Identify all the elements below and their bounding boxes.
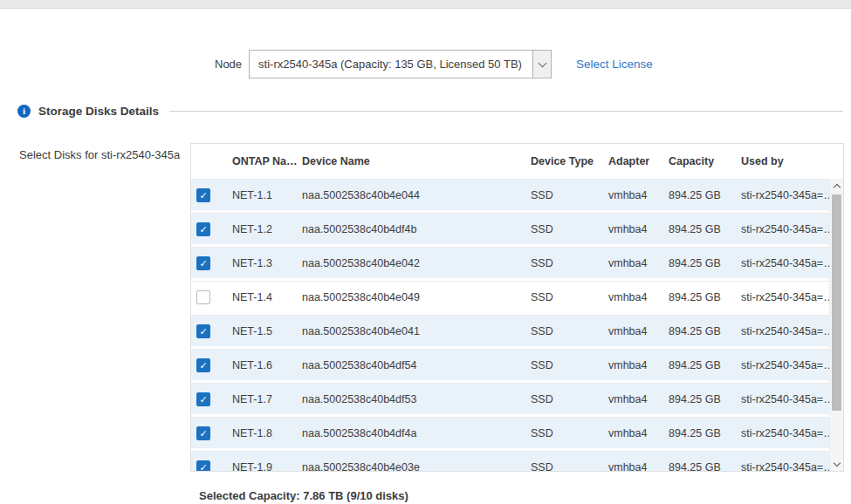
chevron-down-icon — [538, 58, 546, 67]
table-row[interactable]: ✓NET-1.9naa.5002538c40b4e03eSSDvmhba4894… — [191, 451, 829, 471]
cell-adapter: vmhba4 — [608, 223, 669, 235]
disk-checkbox[interactable]: ✓ — [196, 426, 210, 440]
disk-checkbox[interactable]: ✓ — [196, 188, 210, 202]
cell-used-by: sti-rx2540-345a=… — [741, 393, 829, 405]
node-selector-row: Node sti-rx2540-345a (Capacity: 135 GB, … — [215, 50, 653, 78]
cell-used-by: sti-rx2540-345a=… — [741, 257, 829, 269]
disk-checkbox[interactable] — [196, 290, 210, 304]
disk-table: ONTAP Na… Device Name Device Type Adapte… — [190, 143, 844, 472]
cell-device-type: SSD — [531, 223, 608, 235]
cell-adapter: vmhba4 — [608, 427, 669, 439]
checkbox-cell: ✓ — [191, 358, 232, 372]
cell-used-by: sti-rx2540-345a=… — [741, 461, 829, 472]
disk-table-body-rows: ✓NET-1.1naa.5002538c40b4e044SSDvmhba4894… — [191, 179, 829, 471]
node-select-value: sti-rx2540-345a (Capacity: 135 GB, Licen… — [250, 51, 532, 78]
cell-device-name: naa.5002538c40b4e042 — [302, 257, 531, 269]
cell-adapter: vmhba4 — [608, 291, 669, 303]
disk-checkbox[interactable]: ✓ — [196, 222, 210, 236]
header-device-name: Device Name — [302, 155, 531, 167]
checkbox-cell: ✓ — [191, 426, 232, 440]
checkbox-cell: ✓ — [191, 460, 232, 472]
cell-device-type: SSD — [531, 325, 608, 337]
header-used-by: Used by — [741, 155, 843, 167]
cell-capacity: 894.25 GB — [669, 291, 741, 303]
cell-device-type: SSD — [531, 393, 608, 405]
cell-capacity: 894.25 GB — [669, 393, 741, 405]
cell-ontap-name: NET-1.3 — [232, 257, 302, 269]
cell-ontap-name: NET-1.5 — [232, 325, 302, 337]
cell-adapter: vmhba4 — [608, 393, 669, 405]
cell-capacity: 894.25 GB — [669, 427, 741, 439]
section-title: Storage Disks Details — [38, 105, 159, 118]
section-header: i Storage Disks Details — [17, 104, 843, 119]
info-icon: i — [17, 105, 31, 118]
cell-ontap-name: NET-1.1 — [232, 189, 302, 201]
cell-capacity: 894.25 GB — [669, 461, 741, 472]
disk-checkbox[interactable]: ✓ — [196, 392, 210, 406]
node-select-dropdown-button[interactable] — [532, 51, 551, 78]
cell-used-by: sti-rx2540-345a=… — [741, 427, 829, 439]
cell-device-name: naa.5002538c40b4df4b — [302, 223, 531, 235]
vertical-scrollbar[interactable] — [829, 179, 843, 471]
section-divider — [169, 111, 843, 112]
cell-device-type: SSD — [531, 427, 608, 439]
chevron-down-icon — [834, 459, 841, 466]
checkbox-cell: ✓ — [191, 324, 232, 338]
cell-device-name: naa.5002538c40b4e049 — [302, 291, 531, 303]
checkbox-cell: ✓ — [191, 392, 232, 406]
cell-capacity: 894.25 GB — [669, 223, 741, 235]
cell-ontap-name: NET-1.9 — [232, 461, 302, 472]
checkbox-cell: ✓ — [191, 256, 232, 270]
scrollbar-down-button[interactable] — [830, 457, 843, 471]
cell-device-name: naa.5002538c40b4df53 — [302, 393, 531, 405]
cell-adapter: vmhba4 — [608, 359, 669, 371]
select-license-link[interactable]: Select License — [576, 58, 653, 71]
cell-used-by: sti-rx2540-345a=… — [741, 189, 829, 201]
cell-ontap-name: NET-1.2 — [232, 223, 302, 235]
disk-checkbox[interactable]: ✓ — [196, 324, 210, 338]
header-device-type: Device Type — [531, 155, 608, 167]
node-label: Node — [215, 58, 242, 71]
cell-ontap-name: NET-1.8 — [232, 427, 302, 439]
cell-device-name: naa.5002538c40b4df4a — [302, 427, 531, 439]
scrollbar-thumb[interactable] — [832, 194, 841, 411]
table-row[interactable]: ✓NET-1.5naa.5002538c40b4e041SSDvmhba4894… — [191, 315, 829, 346]
selected-capacity-status: Selected Capacity: 7.86 TB (9/10 disks) — [199, 489, 408, 502]
cell-device-name: naa.5002538c40b4e03e — [302, 461, 531, 472]
cell-adapter: vmhba4 — [608, 325, 669, 337]
table-row[interactable]: ✓NET-1.1naa.5002538c40b4e044SSDvmhba4894… — [191, 179, 829, 210]
header-capacity: Capacity — [669, 155, 741, 167]
disk-checkbox[interactable]: ✓ — [196, 358, 210, 372]
table-row[interactable]: ✓NET-1.8naa.5002538c40b4df4aSSDvmhba4894… — [191, 417, 829, 448]
cell-device-type: SSD — [531, 257, 608, 269]
table-row[interactable]: ✓NET-1.7naa.5002538c40b4df53SSDvmhba4894… — [191, 383, 829, 414]
cell-device-type: SSD — [531, 291, 608, 303]
chevron-up-icon — [834, 183, 841, 190]
checkbox-cell: ✓ — [191, 188, 232, 202]
header-adapter: Adapter — [608, 155, 669, 167]
disk-table-header: ONTAP Na… Device Name Device Type Adapte… — [191, 144, 843, 179]
top-divider-bar — [0, 0, 851, 9]
cell-device-type: SSD — [531, 189, 608, 201]
cell-capacity: 894.25 GB — [669, 325, 741, 337]
cell-adapter: vmhba4 — [608, 189, 669, 201]
cell-device-name: naa.5002538c40b4e041 — [302, 325, 531, 337]
table-row[interactable]: NET-1.4naa.5002538c40b4e049SSDvmhba4894.… — [191, 281, 829, 312]
checkbox-cell: ✓ — [191, 222, 232, 236]
cell-adapter: vmhba4 — [608, 257, 669, 269]
cell-used-by: sti-rx2540-345a=… — [741, 325, 829, 337]
node-select[interactable]: sti-rx2540-345a (Capacity: 135 GB, Licen… — [249, 50, 552, 78]
scrollbar-up-button[interactable] — [830, 179, 843, 193]
select-disks-caption: Select Disks for sti-rx2540-345a — [19, 148, 189, 161]
cell-device-name: naa.5002538c40b4e044 — [302, 189, 531, 201]
header-ontap-name: ONTAP Na… — [232, 155, 302, 167]
disk-checkbox[interactable]: ✓ — [196, 256, 210, 270]
disk-checkbox[interactable]: ✓ — [196, 460, 210, 472]
table-row[interactable]: ✓NET-1.2naa.5002538c40b4df4bSSDvmhba4894… — [191, 213, 829, 244]
disk-table-body: ✓NET-1.1naa.5002538c40b4e044SSDvmhba4894… — [191, 179, 843, 471]
table-row[interactable]: ✓NET-1.6naa.5002538c40b4df54SSDvmhba4894… — [191, 349, 829, 380]
table-row[interactable]: ✓NET-1.3naa.5002538c40b4e042SSDvmhba4894… — [191, 247, 829, 278]
checkbox-cell — [191, 290, 232, 304]
cell-device-name: naa.5002538c40b4df54 — [302, 359, 531, 371]
cell-capacity: 894.25 GB — [669, 359, 741, 371]
